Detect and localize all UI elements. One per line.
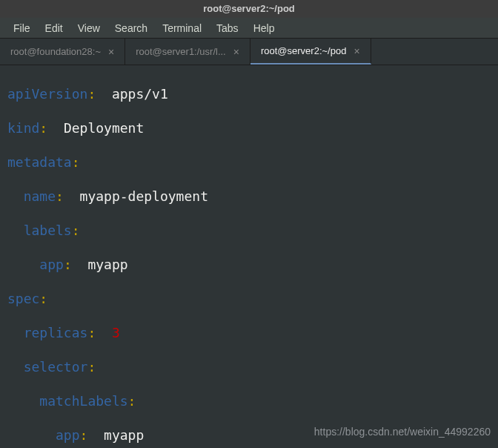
tab-server1[interactable]: root@server1:/usr/l... × xyxy=(125,39,250,65)
tab-label: root@server1:/usr/l... xyxy=(136,46,226,57)
window-titlebar: root@server2:~/pod xyxy=(0,0,498,18)
code-line: kind: Deployment xyxy=(7,119,491,136)
menu-view[interactable]: View xyxy=(70,22,107,34)
menu-search[interactable]: Search xyxy=(107,22,155,34)
code-line: apiVersion: apps/v1 xyxy=(7,85,491,102)
code-line: spec: xyxy=(7,290,491,307)
watermark: https://blog.csdn.net/weixin_44992260 xyxy=(314,426,491,438)
menu-file[interactable]: File xyxy=(6,22,38,34)
code-line: matchLabels: xyxy=(7,392,491,409)
code-line: metadata: xyxy=(7,154,491,171)
menu-edit[interactable]: Edit xyxy=(38,22,70,34)
tab-foundation28[interactable]: root@foundation28:~ × xyxy=(0,39,125,65)
code-line: name: myapp-deployment xyxy=(7,188,491,205)
window-title: root@server2:~/pod xyxy=(203,3,295,14)
tab-label: root@server2:~/pod xyxy=(261,45,346,56)
tab-server2[interactable]: root@server2:~/pod × xyxy=(250,39,371,65)
menubar: File Edit View Search Terminal Tabs Help xyxy=(0,18,498,39)
tabbar: root@foundation28:~ × root@server1:/usr/… xyxy=(0,39,498,65)
close-icon[interactable]: × xyxy=(108,46,114,58)
code-line: replicas: 3 xyxy=(7,324,491,341)
code-line: selector: xyxy=(7,358,491,375)
menu-terminal[interactable]: Terminal xyxy=(155,22,209,34)
tab-label: root@foundation28:~ xyxy=(10,46,101,57)
code-line: labels: xyxy=(7,222,491,239)
close-icon[interactable]: × xyxy=(233,46,239,58)
close-icon[interactable]: × xyxy=(353,45,359,57)
menu-tabs[interactable]: Tabs xyxy=(209,22,246,34)
menu-help[interactable]: Help xyxy=(246,22,282,34)
code-line: app: myapp xyxy=(7,256,491,273)
editor-area[interactable]: apiVersion: apps/v1 kind: Deployment met… xyxy=(0,65,498,448)
